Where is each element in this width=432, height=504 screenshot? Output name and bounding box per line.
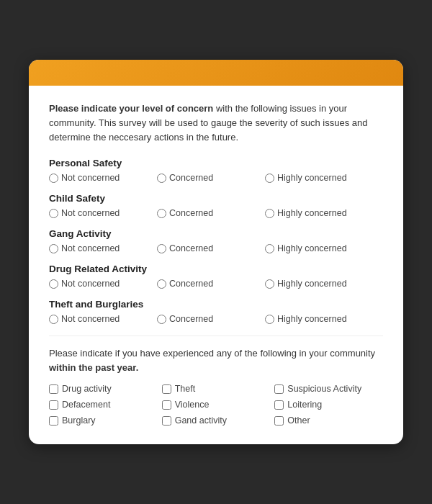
radio-option-child-safety-concerned[interactable]: Concerned (157, 208, 265, 218)
checkbox-input-defacement[interactable] (49, 400, 58, 410)
radio-option-child-safety-highly-concerned[interactable]: Highly concerned (265, 208, 373, 218)
radio-option-drug-related-concerned[interactable]: Concerned (157, 279, 265, 289)
survey-card: Please indicate your level of concern wi… (29, 60, 403, 445)
section-title-personal-safety: Personal Safety (49, 158, 383, 168)
checkbox-option-suspicious-activity[interactable]: Suspicious Activity (274, 384, 383, 394)
radio-input-drug-related-highly-concerned[interactable] (265, 279, 274, 289)
checkbox-label-theft: Theft (175, 384, 196, 394)
intro-text: Please indicate your level of concern wi… (49, 102, 383, 145)
section-divider (49, 336, 383, 336)
radio-group-child-safety: Not concernedConcernedHighly concerned (49, 208, 383, 218)
radio-option-personal-safety-highly-concerned[interactable]: Highly concerned (265, 173, 373, 183)
radio-label-gang-activity-not-concerned: Not concerned (61, 243, 120, 253)
radio-input-gang-activity-not-concerned[interactable] (49, 244, 58, 253)
radio-label-theft-burglaries-not-concerned: Not concerned (61, 314, 120, 324)
radio-label-personal-safety-not-concerned: Not concerned (61, 173, 120, 183)
radio-label-child-safety-concerned: Concerned (169, 208, 213, 218)
radio-option-child-safety-not-concerned[interactable]: Not concerned (49, 208, 157, 218)
section-child-safety: Child SafetyNot concernedConcernedHighly… (49, 193, 383, 218)
radio-option-personal-safety-concerned[interactable]: Concerned (157, 173, 265, 183)
checkbox-input-other[interactable] (274, 416, 284, 426)
checkbox-option-gand-activity[interactable]: Gand activity (162, 415, 271, 426)
radio-option-gang-activity-not-concerned[interactable]: Not concerned (49, 243, 157, 253)
radio-group-drug-related: Not concernedConcernedHighly concerned (49, 279, 383, 289)
radio-label-gang-activity-concerned: Concerned (169, 243, 213, 253)
radio-input-drug-related-not-concerned[interactable] (49, 279, 58, 289)
section-title-child-safety: Child Safety (49, 193, 383, 204)
radio-input-theft-burglaries-not-concerned[interactable] (49, 315, 58, 324)
checkbox-option-loitering[interactable]: Loitering (274, 400, 383, 410)
card-header (29, 60, 403, 86)
radio-label-personal-safety-concerned: Concerned (169, 173, 213, 183)
radio-group-gang-activity: Not concernedConcernedHighly concerned (49, 243, 383, 253)
radio-group-theft-burglaries: Not concernedConcernedHighly concerned (49, 314, 383, 324)
checkbox-label-suspicious-activity: Suspicious Activity (287, 384, 361, 394)
radio-label-theft-burglaries-highly-concerned: Highly concerned (277, 314, 347, 324)
radio-option-drug-related-highly-concerned[interactable]: Highly concerned (265, 279, 373, 289)
checkbox-option-violence[interactable]: Violence (162, 400, 271, 410)
radio-label-drug-related-concerned: Concerned (169, 279, 213, 289)
checkbox-option-theft[interactable]: Theft (162, 384, 271, 394)
section-theft-burglaries: Theft and BurglariesNot concernedConcern… (49, 299, 383, 324)
concern-sections: Personal SafetyNot concernedConcernedHig… (49, 158, 383, 324)
checkbox-option-other[interactable]: Other (274, 415, 383, 426)
card-body: Please indicate your level of concern wi… (29, 86, 403, 445)
radio-input-theft-burglaries-highly-concerned[interactable] (265, 315, 274, 324)
experienced-bold: within the past year. (49, 362, 138, 373)
checkbox-label-defacement: Defacement (62, 400, 110, 410)
checkbox-input-gand-activity[interactable] (162, 416, 171, 426)
radio-label-gang-activity-highly-concerned: Highly concerned (277, 243, 347, 253)
section-personal-safety: Personal SafetyNot concernedConcernedHig… (49, 158, 383, 183)
radio-input-child-safety-not-concerned[interactable] (49, 209, 58, 218)
radio-option-theft-burglaries-concerned[interactable]: Concerned (157, 314, 265, 324)
radio-label-drug-related-not-concerned: Not concerned (61, 279, 120, 289)
section-drug-related: Drug Related ActivityNot concernedConcer… (49, 264, 383, 289)
checkbox-grid: Drug activityTheftSuspicious ActivityDef… (49, 384, 383, 426)
radio-option-theft-burglaries-not-concerned[interactable]: Not concerned (49, 314, 157, 324)
radio-label-personal-safety-highly-concerned: Highly concerned (277, 173, 347, 183)
checkbox-input-theft[interactable] (162, 384, 171, 394)
radio-option-personal-safety-not-concerned[interactable]: Not concerned (49, 173, 157, 183)
section-gang-activity: Gang ActivityNot concernedConcernedHighl… (49, 228, 383, 253)
radio-label-drug-related-highly-concerned: Highly concerned (277, 279, 347, 289)
radio-input-personal-safety-not-concerned[interactable] (49, 174, 58, 183)
radio-input-personal-safety-highly-concerned[interactable] (265, 174, 274, 183)
radio-option-theft-burglaries-highly-concerned[interactable]: Highly concerned (265, 314, 373, 324)
radio-input-child-safety-concerned[interactable] (157, 209, 166, 218)
radio-input-gang-activity-concerned[interactable] (157, 244, 166, 253)
experienced-section: Please indicate if you have experienced … (49, 346, 383, 426)
checkbox-label-drug-activity: Drug activity (62, 384, 112, 394)
section-title-theft-burglaries: Theft and Burglaries (49, 299, 383, 310)
radio-label-child-safety-highly-concerned: Highly concerned (277, 208, 347, 218)
checkbox-input-suspicious-activity[interactable] (274, 384, 284, 394)
radio-input-gang-activity-highly-concerned[interactable] (265, 244, 274, 253)
checkbox-option-defacement[interactable]: Defacement (49, 400, 158, 410)
intro-bold: Please indicate your level of concern (49, 103, 213, 114)
checkbox-label-gand-activity: Gand activity (175, 415, 227, 426)
radio-option-drug-related-not-concerned[interactable]: Not concerned (49, 279, 157, 289)
experienced-intro-text: Please indicate if you have experienced … (49, 348, 375, 373)
checkbox-option-drug-activity[interactable]: Drug activity (49, 384, 158, 394)
checkbox-label-loitering: Loitering (287, 400, 322, 410)
radio-input-personal-safety-concerned[interactable] (157, 174, 166, 183)
section-title-gang-activity: Gang Activity (49, 228, 383, 239)
radio-group-personal-safety: Not concernedConcernedHighly concerned (49, 173, 383, 183)
checkbox-input-burglary[interactable] (49, 416, 58, 426)
section-title-drug-related: Drug Related Activity (49, 264, 383, 274)
radio-input-drug-related-concerned[interactable] (157, 279, 166, 289)
radio-input-theft-burglaries-concerned[interactable] (157, 315, 166, 324)
checkbox-input-drug-activity[interactable] (49, 384, 58, 394)
experienced-intro: Please indicate if you have experienced … (49, 346, 383, 375)
checkbox-label-violence: Violence (175, 400, 210, 410)
radio-label-child-safety-not-concerned: Not concerned (61, 208, 120, 218)
checkbox-input-loitering[interactable] (274, 400, 284, 410)
radio-option-gang-activity-concerned[interactable]: Concerned (157, 243, 265, 253)
checkbox-label-other: Other (287, 415, 310, 426)
checkbox-input-violence[interactable] (162, 400, 171, 410)
radio-label-theft-burglaries-concerned: Concerned (169, 314, 213, 324)
radio-option-gang-activity-highly-concerned[interactable]: Highly concerned (265, 243, 373, 253)
checkbox-option-burglary[interactable]: Burglary (49, 415, 158, 426)
checkbox-label-burglary: Burglary (62, 415, 96, 426)
radio-input-child-safety-highly-concerned[interactable] (265, 209, 274, 218)
